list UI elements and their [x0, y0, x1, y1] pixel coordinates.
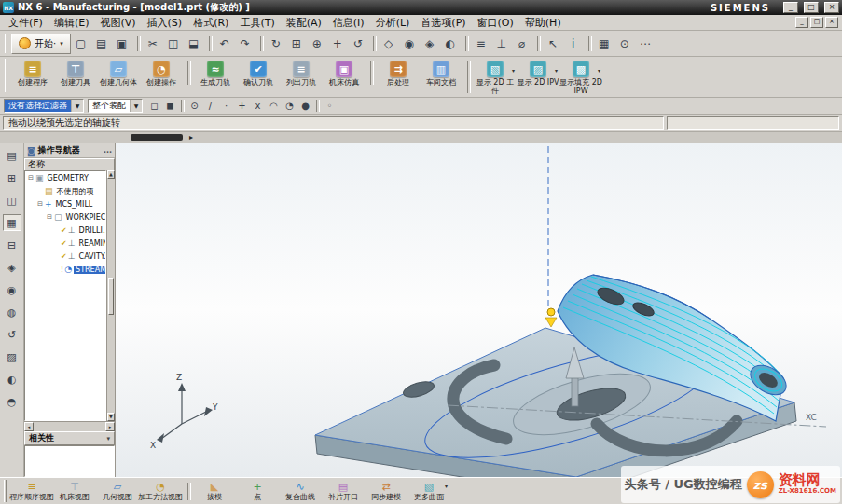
customize-icon[interactable]: ⋯ [635, 34, 656, 54]
patch-opening-button[interactable]: ▤ 补片开口 [322, 479, 365, 504]
object-info-icon[interactable]: i [563, 34, 584, 54]
toolbar-grip[interactable] [5, 34, 7, 53]
window-display-icon[interactable]: ▦ [594, 34, 614, 54]
tree-node-geometry[interactable]: ⊟ ▣ GEOMETRY [25, 171, 105, 184]
toolbar-grip[interactable] [5, 59, 7, 92]
fit-view-icon[interactable]: ⊞ [286, 34, 307, 54]
tree-horizontal-scrollbar[interactable]: ◂ ▸ [24, 421, 115, 431]
create-operation-button[interactable]: ◔ 创建操作 [140, 59, 183, 88]
scroll-thumb[interactable] [108, 278, 114, 315]
quadrant-snap-icon[interactable]: ◔ [282, 99, 297, 113]
scroll-down-icon[interactable]: ▼ [107, 413, 115, 421]
assembly-navigator-icon[interactable]: ▤ [3, 147, 21, 164]
undo-icon[interactable]: ↶ [214, 34, 235, 54]
snap-settings-icon[interactable]: ⊙ [614, 34, 635, 54]
rotate-view-icon[interactable]: ↺ [348, 34, 368, 54]
scroll-right-icon[interactable]: ▸ [105, 422, 115, 431]
machining-method-view-button[interactable]: ◔ 加工方法视图 [139, 479, 182, 504]
operation-navigator-icon[interactable]: ▦ [3, 214, 21, 231]
hd3d-tools-icon[interactable]: ◉ [3, 281, 21, 298]
navigator-titlebar[interactable]: ◙ 操作导航器 ... [24, 143, 115, 158]
menu-insert[interactable]: 插入(S) [142, 15, 188, 31]
end-point-snap-icon[interactable]: / [202, 99, 218, 113]
chevron-down-icon[interactable]: ▼ [130, 100, 142, 112]
mid-point-snap-icon[interactable]: · [218, 99, 234, 113]
web-browser-icon[interactable]: ◍ [3, 304, 21, 320]
scroll-thumb[interactable] [131, 134, 183, 141]
intersection-snap-icon[interactable]: x [250, 99, 266, 113]
menu-analysis[interactable]: 分析(L) [370, 15, 416, 31]
shop-doc-button[interactable]: ▥ 车间文档 [420, 59, 462, 88]
more-surface-button[interactable]: ▧ ▾ 更多曲面 [407, 479, 450, 504]
constraint-navigator-icon[interactable]: ⊞ [3, 170, 21, 186]
dependencies-header[interactable]: 相关性 ▾ [24, 431, 115, 445]
scroll-left-icon[interactable]: ◂ [24, 422, 34, 431]
snap-point-toggle-icon[interactable]: ⊙ [186, 99, 202, 113]
reuse-library-icon[interactable]: ◈ [3, 259, 21, 276]
tree-vertical-scrollbar[interactable]: ▲ ▼ [106, 170, 115, 421]
inside-outside-icon[interactable]: ◼ [162, 99, 178, 113]
control-point-snap-icon[interactable]: + [234, 99, 250, 113]
create-geometry-button[interactable]: ▱ 创建几何体 [97, 59, 140, 88]
menu-information[interactable]: 信息(I) [327, 15, 370, 31]
name-column-header[interactable]: 名称 [24, 158, 115, 170]
menu-preferences[interactable]: 首选项(P) [415, 15, 471, 31]
draft-button[interactable]: ◣ 拔模 [193, 479, 236, 504]
menu-window[interactable]: 窗口(O) [472, 15, 519, 31]
verify-toolpath-button[interactable]: ✔ 确认刀轨 [237, 59, 280, 88]
menu-tools[interactable]: 工具(T) [234, 15, 280, 31]
postprocess-button[interactable]: ⇉ 后处理 [377, 59, 420, 88]
shaded-style-icon[interactable]: ◉ [399, 34, 420, 54]
menu-view[interactable]: 视图(V) [94, 15, 141, 31]
graphics-viewport[interactable]: XC Z Y [116, 143, 842, 477]
view-orientation-icon[interactable]: ◈ [420, 34, 440, 54]
selection-arrow-icon[interactable]: ↖ [543, 34, 563, 54]
tree-node-cavity[interactable]: ✔ ⊥ CAVITY... [25, 250, 105, 263]
tree-node-mcs-mill[interactable]: ⊟ + MCS_MILL [25, 198, 105, 211]
materials-icon[interactable]: ▨ [3, 348, 21, 365]
zoom-icon[interactable]: ⊕ [307, 34, 327, 54]
minimize-button[interactable]: _ [783, 2, 798, 13]
roles-icon[interactable]: ◐ [3, 371, 21, 388]
expander-icon[interactable]: ⊟ [27, 174, 35, 182]
viewport-canvas[interactable]: XC Z Y [116, 143, 842, 477]
history-icon[interactable]: ↺ [3, 326, 21, 343]
system-scenes-icon[interactable]: ◓ [3, 393, 21, 410]
child-close-button[interactable]: × [825, 17, 838, 28]
layer-settings-icon[interactable]: ≡ [471, 34, 491, 54]
show-filled-2d-ipw-button[interactable]: ▩ ▾ 显示填充 2D IPW [559, 59, 602, 96]
list-toolpath-button[interactable]: ≡ 列出刀轨 [280, 59, 323, 88]
synchronous-modeling-button[interactable]: ⇄ 同步建模 [365, 479, 407, 504]
selection-filter-dropdown[interactable]: 没有选择过滤器 ▼ [4, 99, 84, 113]
pan-icon[interactable]: + [327, 34, 348, 54]
child-minimize-button[interactable]: _ [795, 17, 808, 28]
dock-handle-icon[interactable]: ... [104, 146, 112, 155]
arc-center-snap-icon[interactable]: ◠ [266, 99, 282, 113]
open-file-icon[interactable]: ▤ [91, 34, 112, 54]
save-icon[interactable]: ▣ [112, 34, 132, 54]
menu-edit[interactable]: 编辑(E) [48, 15, 95, 31]
close-button[interactable]: × [824, 2, 839, 13]
machine-tool-view-button[interactable]: ⊤ 机床视图 [53, 479, 96, 504]
tree-node-reaming[interactable]: ✔ ⊥ REAMIN... [25, 237, 105, 250]
expander-icon[interactable]: ⊟ [36, 200, 44, 208]
menu-file[interactable]: 文件(F) [3, 15, 48, 31]
scroll-up-icon[interactable]: ▲ [107, 170, 115, 179]
scroll-right-arrow-icon[interactable]: ▸ [189, 133, 193, 143]
show-2d-ipv-button[interactable]: ▨ ▾ 显示 2D IPV [517, 59, 559, 88]
menu-help[interactable]: 帮助(H) [519, 15, 567, 31]
geometry-view-button[interactable]: ▱ 几何视图 [96, 479, 139, 504]
child-restore-button[interactable]: □ [810, 17, 823, 28]
program-order-view-button[interactable]: ≡ 程序顺序视图 [10, 479, 53, 504]
tree-node-workpiece[interactable]: ⊟ ▢ WORKPIECE [25, 211, 105, 224]
perspective-icon[interactable]: ◐ [440, 34, 461, 54]
create-tool-button[interactable]: ⊤ 创建刀具 [54, 59, 97, 88]
cut-icon[interactable]: ✂ [143, 34, 163, 54]
paste-icon[interactable]: ⬓ [184, 34, 204, 54]
point-on-curve-snap-icon[interactable]: ◦ [322, 99, 338, 113]
redo-icon[interactable]: ↷ [235, 34, 255, 54]
highlight-selection-icon[interactable]: ◻ [146, 99, 162, 113]
selection-scope-dropdown[interactable]: 整个装配 ▼ [88, 99, 143, 113]
menu-assemblies[interactable]: 装配(A) [281, 15, 327, 31]
new-file-icon[interactable]: ▢ [71, 34, 91, 54]
